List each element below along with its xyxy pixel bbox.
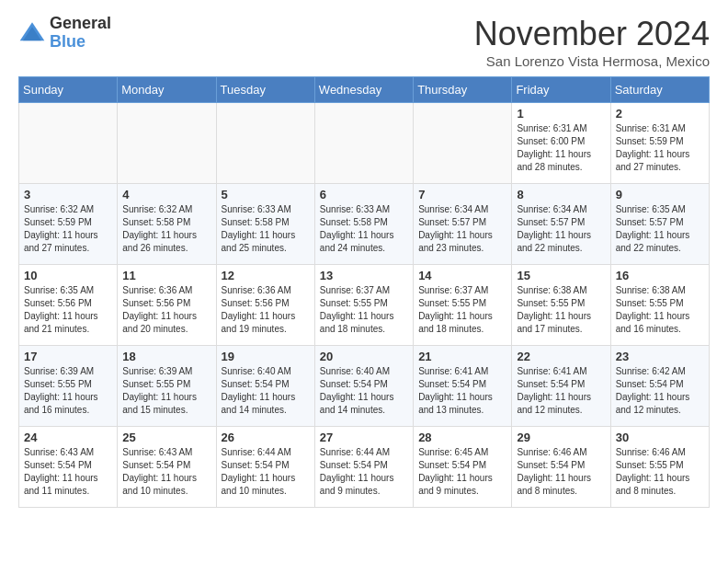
calendar-cell: 19Sunrise: 6:40 AM Sunset: 5:54 PM Dayli… bbox=[216, 346, 314, 427]
day-info: Sunrise: 6:43 AM Sunset: 5:54 PM Dayligh… bbox=[122, 446, 210, 498]
day-info: Sunrise: 6:43 AM Sunset: 5:54 PM Dayligh… bbox=[24, 446, 112, 498]
calendar-cell: 5Sunrise: 6:33 AM Sunset: 5:58 PM Daylig… bbox=[216, 184, 314, 265]
day-number: 21 bbox=[418, 350, 506, 363]
calendar-cell: 3Sunrise: 6:32 AM Sunset: 5:59 PM Daylig… bbox=[19, 184, 118, 265]
calendar-cell: 26Sunrise: 6:44 AM Sunset: 5:54 PM Dayli… bbox=[216, 427, 314, 508]
day-number: 22 bbox=[517, 350, 605, 363]
day-info: Sunrise: 6:36 AM Sunset: 5:56 PM Dayligh… bbox=[222, 284, 310, 336]
logo-general: General bbox=[50, 15, 111, 33]
day-info: Sunrise: 6:45 AM Sunset: 5:54 PM Dayligh… bbox=[418, 446, 506, 498]
calendar-week-row: 3Sunrise: 6:32 AM Sunset: 5:59 PM Daylig… bbox=[19, 184, 710, 265]
calendar-cell: 8Sunrise: 6:34 AM Sunset: 5:57 PM Daylig… bbox=[512, 184, 610, 265]
calendar-cell: 11Sunrise: 6:36 AM Sunset: 5:56 PM Dayli… bbox=[118, 265, 216, 346]
day-info: Sunrise: 6:37 AM Sunset: 5:55 PM Dayligh… bbox=[320, 284, 408, 336]
weekday-header: Wednesday bbox=[314, 77, 413, 103]
day-number: 24 bbox=[24, 431, 112, 444]
day-info: Sunrise: 6:37 AM Sunset: 5:55 PM Dayligh… bbox=[418, 284, 506, 336]
day-info: Sunrise: 6:44 AM Sunset: 5:54 PM Dayligh… bbox=[320, 446, 408, 498]
calendar-cell: 27Sunrise: 6:44 AM Sunset: 5:54 PM Dayli… bbox=[314, 427, 413, 508]
calendar-cell: 16Sunrise: 6:38 AM Sunset: 5:55 PM Dayli… bbox=[610, 265, 709, 346]
calendar-table: SundayMondayTuesdayWednesdayThursdayFrid… bbox=[18, 76, 710, 508]
day-number: 30 bbox=[616, 431, 704, 444]
calendar-cell: 12Sunrise: 6:36 AM Sunset: 5:56 PM Dayli… bbox=[216, 265, 314, 346]
day-number: 5 bbox=[222, 188, 310, 201]
calendar-week-row: 1Sunrise: 6:31 AM Sunset: 6:00 PM Daylig… bbox=[19, 103, 710, 184]
day-number: 19 bbox=[222, 350, 310, 363]
calendar-cell: 10Sunrise: 6:35 AM Sunset: 5:56 PM Dayli… bbox=[19, 265, 118, 346]
weekday-header-row: SundayMondayTuesdayWednesdayThursdayFrid… bbox=[19, 77, 710, 103]
logo-blue: Blue bbox=[50, 33, 111, 52]
day-info: Sunrise: 6:46 AM Sunset: 5:55 PM Dayligh… bbox=[616, 446, 704, 498]
day-number: 25 bbox=[122, 431, 210, 444]
calendar-cell: 6Sunrise: 6:33 AM Sunset: 5:58 PM Daylig… bbox=[314, 184, 413, 265]
day-info: Sunrise: 6:40 AM Sunset: 5:54 PM Dayligh… bbox=[222, 365, 310, 417]
day-info: Sunrise: 6:33 AM Sunset: 5:58 PM Dayligh… bbox=[222, 203, 310, 255]
day-number: 10 bbox=[24, 269, 112, 282]
day-number: 17 bbox=[24, 350, 112, 363]
day-number: 23 bbox=[616, 350, 704, 363]
calendar-cell: 30Sunrise: 6:46 AM Sunset: 5:55 PM Dayli… bbox=[610, 427, 709, 508]
calendar-cell: 9Sunrise: 6:35 AM Sunset: 5:57 PM Daylig… bbox=[610, 184, 709, 265]
day-info: Sunrise: 6:39 AM Sunset: 5:55 PM Dayligh… bbox=[24, 365, 112, 417]
day-number: 13 bbox=[320, 269, 408, 282]
day-info: Sunrise: 6:40 AM Sunset: 5:54 PM Dayligh… bbox=[320, 365, 408, 417]
day-number: 7 bbox=[418, 188, 506, 201]
calendar-cell: 20Sunrise: 6:40 AM Sunset: 5:54 PM Dayli… bbox=[314, 346, 413, 427]
weekday-header: Friday bbox=[512, 77, 610, 103]
calendar-cell bbox=[414, 103, 512, 184]
title-block: November 2024 San Lorenzo Vista Hermosa,… bbox=[474, 15, 710, 69]
day-info: Sunrise: 6:44 AM Sunset: 5:54 PM Dayligh… bbox=[222, 446, 310, 498]
calendar-cell bbox=[216, 103, 314, 184]
day-info: Sunrise: 6:46 AM Sunset: 5:54 PM Dayligh… bbox=[517, 446, 605, 498]
day-info: Sunrise: 6:32 AM Sunset: 5:58 PM Dayligh… bbox=[122, 203, 210, 255]
day-info: Sunrise: 6:33 AM Sunset: 5:58 PM Dayligh… bbox=[320, 203, 408, 255]
day-info: Sunrise: 6:38 AM Sunset: 5:55 PM Dayligh… bbox=[517, 284, 605, 336]
calendar-cell: 22Sunrise: 6:41 AM Sunset: 5:54 PM Dayli… bbox=[512, 346, 610, 427]
calendar-cell: 15Sunrise: 6:38 AM Sunset: 5:55 PM Dayli… bbox=[512, 265, 610, 346]
calendar-cell: 23Sunrise: 6:42 AM Sunset: 5:54 PM Dayli… bbox=[610, 346, 709, 427]
day-number: 12 bbox=[222, 269, 310, 282]
page-header: General Blue November 2024 San Lorenzo V… bbox=[18, 15, 710, 69]
day-info: Sunrise: 6:31 AM Sunset: 6:00 PM Dayligh… bbox=[517, 122, 605, 174]
day-number: 26 bbox=[222, 431, 310, 444]
weekday-header: Tuesday bbox=[216, 77, 314, 103]
day-number: 29 bbox=[517, 431, 605, 444]
calendar-week-row: 10Sunrise: 6:35 AM Sunset: 5:56 PM Dayli… bbox=[19, 265, 710, 346]
calendar-cell: 4Sunrise: 6:32 AM Sunset: 5:58 PM Daylig… bbox=[118, 184, 216, 265]
weekday-header: Saturday bbox=[610, 77, 709, 103]
day-info: Sunrise: 6:41 AM Sunset: 5:54 PM Dayligh… bbox=[418, 365, 506, 417]
day-number: 14 bbox=[418, 269, 506, 282]
day-info: Sunrise: 6:32 AM Sunset: 5:59 PM Dayligh… bbox=[24, 203, 112, 255]
calendar-cell: 28Sunrise: 6:45 AM Sunset: 5:54 PM Dayli… bbox=[414, 427, 512, 508]
calendar-cell: 21Sunrise: 6:41 AM Sunset: 5:54 PM Dayli… bbox=[414, 346, 512, 427]
calendar-cell: 14Sunrise: 6:37 AM Sunset: 5:55 PM Dayli… bbox=[414, 265, 512, 346]
day-info: Sunrise: 6:35 AM Sunset: 5:57 PM Dayligh… bbox=[616, 203, 704, 255]
month-title: November 2024 bbox=[474, 15, 710, 53]
calendar-cell bbox=[19, 103, 118, 184]
calendar-week-row: 24Sunrise: 6:43 AM Sunset: 5:54 PM Dayli… bbox=[19, 427, 710, 508]
day-number: 8 bbox=[517, 188, 605, 201]
logo-text: General Blue bbox=[50, 15, 111, 52]
calendar-cell: 25Sunrise: 6:43 AM Sunset: 5:54 PM Dayli… bbox=[118, 427, 216, 508]
weekday-header: Sunday bbox=[19, 77, 118, 103]
day-number: 11 bbox=[122, 269, 210, 282]
weekday-header: Thursday bbox=[414, 77, 512, 103]
day-info: Sunrise: 6:34 AM Sunset: 5:57 PM Dayligh… bbox=[418, 203, 506, 255]
day-number: 3 bbox=[24, 188, 112, 201]
calendar-cell bbox=[118, 103, 216, 184]
calendar-cell: 24Sunrise: 6:43 AM Sunset: 5:54 PM Dayli… bbox=[19, 427, 118, 508]
day-number: 15 bbox=[517, 269, 605, 282]
day-number: 18 bbox=[122, 350, 210, 363]
day-number: 1 bbox=[517, 107, 605, 121]
day-info: Sunrise: 6:31 AM Sunset: 5:59 PM Dayligh… bbox=[616, 122, 704, 174]
day-number: 4 bbox=[122, 188, 210, 201]
calendar-cell bbox=[314, 103, 413, 184]
calendar-week-row: 17Sunrise: 6:39 AM Sunset: 5:55 PM Dayli… bbox=[19, 346, 710, 427]
day-number: 9 bbox=[616, 188, 704, 201]
calendar-cell: 29Sunrise: 6:46 AM Sunset: 5:54 PM Dayli… bbox=[512, 427, 610, 508]
day-info: Sunrise: 6:36 AM Sunset: 5:56 PM Dayligh… bbox=[122, 284, 210, 336]
calendar-cell: 13Sunrise: 6:37 AM Sunset: 5:55 PM Dayli… bbox=[314, 265, 413, 346]
day-number: 6 bbox=[320, 188, 408, 201]
day-info: Sunrise: 6:34 AM Sunset: 5:57 PM Dayligh… bbox=[517, 203, 605, 255]
calendar-cell: 1Sunrise: 6:31 AM Sunset: 6:00 PM Daylig… bbox=[512, 103, 610, 184]
